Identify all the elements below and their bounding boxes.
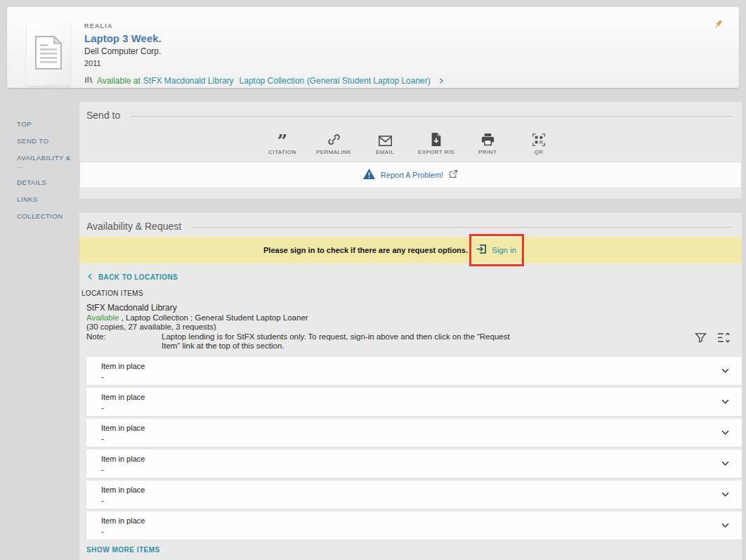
record-title-link[interactable]: Laptop 3 Week. (84, 32, 445, 44)
document-icon (35, 36, 62, 72)
qr-icon (532, 131, 545, 146)
sort-items-button[interactable] (717, 332, 731, 344)
item-detail: - (101, 527, 104, 535)
record-author: Dell Computer Corp. (84, 46, 445, 56)
filter-items-button[interactable] (695, 332, 707, 344)
sidebar-item-links[interactable]: LINKS (17, 195, 79, 203)
report-a-problem-button[interactable]: Report A Problem! (79, 162, 742, 188)
section-divider (130, 116, 732, 117)
show-more-items-link[interactable]: SHOW MORE ITEMS (86, 546, 160, 554)
citation-icon: ” (277, 131, 287, 146)
sign-in-icon (476, 244, 487, 257)
section-nav: TOP SEND TO AVAILABILITY & ... DETAILS L… (17, 120, 79, 229)
books-icon (84, 75, 93, 86)
record-thumbnail (27, 22, 70, 86)
chevron-right-icon (438, 77, 445, 84)
availability-link[interactable]: Available at StFX Macdonald Library Lapt… (84, 75, 445, 86)
chevron-down-icon[interactable] (720, 396, 731, 410)
send-to-section: Send to ” CITATION PERMALINK (79, 102, 742, 199)
availability-status: Available at (97, 76, 140, 86)
external-link-icon (449, 169, 458, 181)
permalink-button[interactable]: PERMALINK (308, 131, 360, 155)
item-status: Item in place (101, 424, 145, 432)
print-button[interactable]: PRINT (462, 131, 513, 155)
back-to-locations-link[interactable]: BACK TO LOCATIONS (86, 273, 178, 282)
signin-banner: Please sign in to check if there are any… (79, 237, 742, 263)
signin-message: Please sign in to check if there are any… (263, 237, 468, 263)
sidebar-item-send-to[interactable]: SEND TO (17, 137, 79, 145)
send-to-title: Send to (86, 110, 120, 121)
item-status: Item in place (101, 516, 145, 525)
record-year: 2011 (84, 59, 445, 67)
print-icon (481, 131, 495, 146)
item-detail: - (101, 372, 104, 381)
item-row[interactable]: Item in place - (86, 357, 742, 386)
item-status: Item in place (101, 455, 145, 463)
qr-button[interactable]: QR (513, 131, 565, 155)
section-divider (191, 227, 732, 228)
sign-in-button[interactable]: Sign in (476, 237, 516, 263)
location-status-line: Available , Laptop Collection ; General … (86, 313, 521, 323)
item-row[interactable]: Item in place - (86, 450, 742, 478)
item-row[interactable]: Item in place - (86, 512, 742, 540)
availability-collection: Laptop Collection (General Student Lapto… (240, 76, 431, 86)
sidebar-item-collection[interactable]: COLLECTION (17, 212, 79, 220)
item-row[interactable]: Item in place - (86, 388, 742, 417)
location-status: Available (86, 313, 119, 322)
note-label: Note: (86, 332, 162, 351)
note-text: Laptop lending is for StFX students only… (162, 332, 521, 351)
resource-type-label: REALIA (84, 22, 445, 30)
chevron-down-icon[interactable] (720, 520, 731, 533)
availability-library: StFX Macdonald Library (143, 76, 234, 86)
send-to-actions: ” CITATION PERMALINK EMAIL (79, 131, 742, 155)
pin-record-icon[interactable] (712, 18, 725, 31)
item-status: Item in place (101, 486, 145, 494)
export-ris-button[interactable]: EXPORT RIS (411, 131, 462, 155)
location-items-label: LOCATION ITEMS (81, 289, 143, 297)
email-button[interactable]: EMAIL (360, 131, 411, 155)
email-icon (379, 131, 392, 146)
availability-section: Availability & Request Please sign in to… (79, 213, 742, 560)
location-note: Note: Laptop lending is for StFX student… (86, 332, 521, 351)
sidebar-item-details[interactable]: DETAILS (17, 178, 79, 186)
availability-title: Availability & Request (86, 221, 181, 232)
permalink-icon (327, 131, 341, 146)
chevron-down-icon[interactable] (720, 489, 731, 502)
item-row[interactable]: Item in place - (86, 419, 742, 448)
record-header: REALIA Laptop 3 Week. Dell Computer Corp… (7, 7, 739, 88)
item-detail: - (101, 496, 104, 504)
item-status: Item in place (101, 393, 145, 401)
item-status: Item in place (101, 362, 145, 370)
item-row[interactable]: Item in place - (86, 481, 742, 509)
sidebar-item-availability[interactable]: AVAILABILITY & ... (17, 154, 79, 169)
chevron-down-icon[interactable] (720, 427, 731, 441)
export-ris-icon (431, 131, 442, 146)
item-detail: - (101, 465, 104, 474)
location-library: StFX Macdonald Library (86, 304, 521, 313)
item-detail: - (101, 403, 104, 412)
chevron-left-icon (86, 273, 94, 282)
citation-button[interactable]: ” CITATION (257, 131, 308, 155)
item-detail: - (101, 434, 104, 443)
location-copies: (30 copies, 27 available, 3 requests) (86, 323, 521, 332)
chevron-down-icon[interactable] (720, 365, 731, 379)
chevron-down-icon[interactable] (720, 458, 731, 471)
location-items-list: Item in place - Item in place - Item in … (86, 357, 742, 542)
location-summary: StFX Macdonald Library Available , Lapto… (86, 304, 521, 351)
warning-triangle-icon (363, 169, 375, 182)
sidebar-item-top[interactable]: TOP (17, 120, 79, 128)
items-toolbar (695, 332, 731, 344)
